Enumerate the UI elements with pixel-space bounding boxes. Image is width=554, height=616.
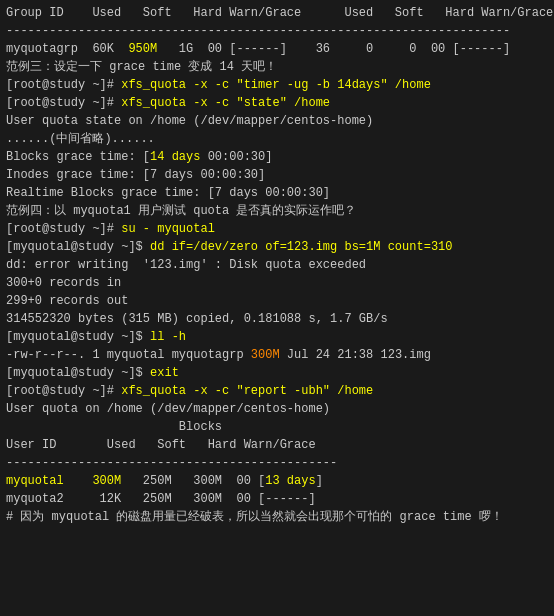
text-segment: [root@study ~]# bbox=[6, 384, 121, 398]
text-segment: Blocks bbox=[6, 420, 222, 434]
text-segment: 00:00:30] bbox=[193, 168, 265, 182]
text-segment: User ID Used Soft Hard Warn/Grace bbox=[6, 438, 316, 452]
text-segment: 300+0 records in bbox=[6, 276, 121, 290]
text-segment: 300M bbox=[92, 474, 121, 488]
terminal-line-30: myquotal 300M 250M 300M 00 [13 days] bbox=[6, 472, 548, 490]
terminal-line-8: User quota state on /home (/dev/mapper/c… bbox=[6, 112, 548, 130]
text-segment: [myquotal@study ~]$ bbox=[6, 330, 150, 344]
text-segment: myquota2 12K 250M 300M 00 [------] bbox=[6, 492, 316, 506]
text-segment: Realtime Blocks grace time: [7 days 00:0… bbox=[6, 186, 330, 200]
text-segment: su - myquotal bbox=[121, 222, 215, 236]
terminal-line-2: ----------------------------------------… bbox=[6, 22, 548, 40]
text-segment: 13 days bbox=[265, 474, 315, 488]
text-segment: ......(中间省略)...... bbox=[6, 132, 155, 146]
terminal-line-5: 范例三：设定一下 grace time 变成 14 天吧！ bbox=[6, 58, 548, 76]
terminal-line-12: Realtime Blocks grace time: [7 days 00:0… bbox=[6, 184, 548, 202]
terminal-line-17: dd: error writing '123.img' : Disk quota… bbox=[6, 256, 548, 274]
text-segment: xfs_quota -x -c "timer -ug -b 14days" /h… bbox=[121, 78, 431, 92]
terminal-line-28: User ID Used Soft Hard Warn/Grace bbox=[6, 436, 548, 454]
text-segment: # 因为 myquotal 的磁盘用量已经破表，所以当然就会出现那个可怕的 gr… bbox=[6, 510, 503, 524]
terminal-line-16: [myquotal@study ~]$ dd if=/dev/zero of=1… bbox=[6, 238, 548, 256]
terminal-line-3: myquotagrp 60K 950M 1G 00 [------] 36 0 … bbox=[6, 40, 548, 58]
terminal-line-27: Blocks bbox=[6, 418, 548, 436]
terminal-line-29: ----------------------------------------… bbox=[6, 454, 548, 472]
text-segment: 14 days bbox=[150, 150, 200, 164]
text-segment: Group ID Used Soft Hard Warn/Grace Used … bbox=[6, 6, 553, 20]
text-segment: ll -h bbox=[150, 330, 186, 344]
text-segment: 00:00:30] bbox=[200, 150, 272, 164]
terminal-line-1: Group ID Used Soft Hard Warn/Grace Used … bbox=[6, 4, 548, 22]
text-segment: User quota on /home (/dev/mapper/centos-… bbox=[6, 402, 330, 416]
terminal-line-14: 范例四：以 myquota1 用户测试 quota 是否真的实际运作吧？ bbox=[6, 202, 548, 220]
terminal-line-19: 299+0 records out bbox=[6, 292, 548, 310]
text-segment: xfs_quota -x -c "state" /home bbox=[121, 96, 330, 110]
terminal-line-22: -rw-r--r--. 1 myquotal myquotagrp 300M J… bbox=[6, 346, 548, 364]
text-segment: exit bbox=[150, 366, 179, 380]
text-segment: [myquotal@study ~]$ bbox=[6, 366, 150, 380]
terminal-line-24: [myquotal@study ~]$ exit bbox=[6, 364, 548, 382]
terminal-line-31: myquota2 12K 250M 300M 00 [------] bbox=[6, 490, 548, 508]
text-segment: 950M bbox=[128, 42, 157, 56]
text-segment: [root@study ~]# bbox=[6, 222, 121, 236]
text-segment: 299+0 records out bbox=[6, 294, 128, 308]
terminal-line-15: [root@study ~]# su - myquotal bbox=[6, 220, 548, 238]
terminal-line-7: [root@study ~]# xfs_quota -x -c "state" … bbox=[6, 94, 548, 112]
terminal-line-11: Inodes grace time: [7 days 00:00:30] bbox=[6, 166, 548, 184]
text-segment: 314552320 bytes (315 MB) copied, 0.18108… bbox=[6, 312, 388, 326]
text-segment: 7 days bbox=[150, 168, 193, 182]
text-segment: dd if=/dev/zero of=123.img bs=1M count=3… bbox=[150, 240, 452, 254]
text-segment: myquotagrp 60K bbox=[6, 42, 128, 56]
text-segment: myquotal bbox=[6, 474, 92, 488]
text-segment: ----------------------------------------… bbox=[6, 24, 510, 38]
text-segment: ----------------------------------------… bbox=[6, 456, 337, 470]
text-segment: 范例三：设定一下 grace time 变成 14 天吧！ bbox=[6, 60, 277, 74]
text-segment: 300M bbox=[251, 348, 280, 362]
terminal-line-20: 314552320 bytes (315 MB) copied, 0.18108… bbox=[6, 310, 548, 328]
text-segment: 250M 300M 00 [ bbox=[121, 474, 265, 488]
text-segment: xfs_quota -x -c "report -ubh" /home bbox=[121, 384, 373, 398]
text-segment: [root@study ~]# bbox=[6, 96, 121, 110]
text-segment: [myquotal@study ~]$ bbox=[6, 240, 150, 254]
text-segment: ] bbox=[316, 474, 323, 488]
terminal-line-9: ......(中间省略)...... bbox=[6, 130, 548, 148]
terminal-line-10: Blocks grace time: [14 days 00:00:30] bbox=[6, 148, 548, 166]
terminal-line-6: [root@study ~]# xfs_quota -x -c "timer -… bbox=[6, 76, 548, 94]
terminal-line-18: 300+0 records in bbox=[6, 274, 548, 292]
text-segment: Inodes grace time: [ bbox=[6, 168, 150, 182]
text-segment: dd: error writing '123.img' : Disk quota… bbox=[6, 258, 366, 272]
text-segment: [root@study ~]# bbox=[6, 78, 121, 92]
text-segment: -rw-r--r--. 1 myquotal myquotagrp bbox=[6, 348, 251, 362]
text-segment: User quota state on /home (/dev/mapper/c… bbox=[6, 114, 373, 128]
text-segment: 1G 00 [------] 36 0 0 00 [------] bbox=[157, 42, 510, 56]
terminal-line-33: # 因为 myquotal 的磁盘用量已经破表，所以当然就会出现那个可怕的 gr… bbox=[6, 508, 548, 526]
text-segment: 范例四：以 myquota1 用户测试 quota 是否真的实际运作吧？ bbox=[6, 204, 356, 218]
terminal-window: Group ID Used Soft Hard Warn/Grace Used … bbox=[6, 4, 548, 526]
text-segment: Jul 24 21:38 123.img bbox=[280, 348, 431, 362]
text-segment: Blocks grace time: [ bbox=[6, 150, 150, 164]
terminal-line-21: [myquotal@study ~]$ ll -h bbox=[6, 328, 548, 346]
terminal-line-25: [root@study ~]# xfs_quota -x -c "report … bbox=[6, 382, 548, 400]
terminal-line-26: User quota on /home (/dev/mapper/centos-… bbox=[6, 400, 548, 418]
